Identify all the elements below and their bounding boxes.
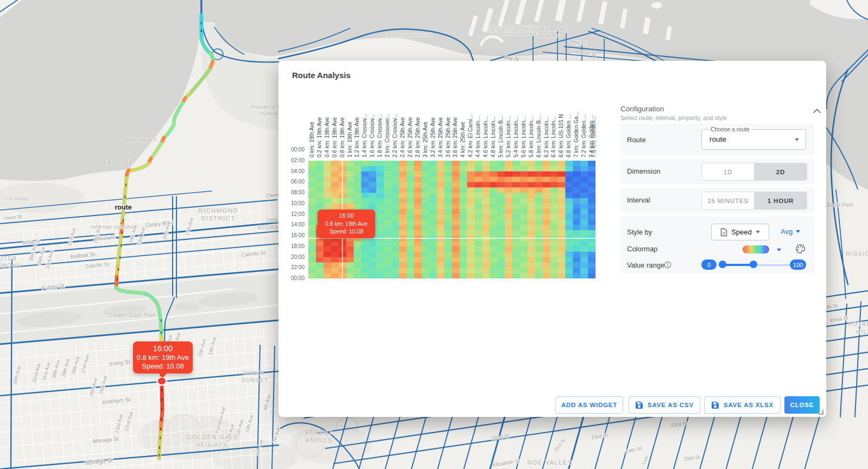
style-by-button[interactable]: Speed xyxy=(711,224,769,240)
dimension-option-2d[interactable]: 2D xyxy=(754,163,807,180)
interval-row: Interval 15 MINUTES 1 HOUR xyxy=(620,188,814,213)
dimension-row-label: Dimension xyxy=(627,167,660,175)
route-position-marker[interactable] xyxy=(157,377,167,385)
document-icon xyxy=(720,228,727,237)
dialog-title: Route Analysis xyxy=(292,71,351,80)
svg-text:n of Honor: n of Honor xyxy=(4,195,29,201)
svg-text:SEA CLIFF: SEA CLIFF xyxy=(99,160,134,166)
svg-text:Presidio of S: Presidio of S xyxy=(251,104,281,110)
chart-tooltip-time: 16:00 xyxy=(318,212,375,220)
add-as-widget-button[interactable]: ADD AS WIDGET xyxy=(555,396,623,414)
svg-text:KNOLLS: KNOLLS xyxy=(306,438,332,443)
colormap-label: Colormap xyxy=(627,245,657,253)
value-range-label: Value range xyxy=(627,261,664,269)
map-tooltip-pointer xyxy=(159,373,167,378)
style-by-label: Style by xyxy=(627,228,652,236)
svg-text:Oracle Park: Oracle Park xyxy=(825,202,854,208)
info-icon[interactable] xyxy=(664,261,671,269)
close-button[interactable]: CLOSE xyxy=(784,396,820,414)
config-subtitle: Select route, interval, property, and st… xyxy=(620,115,727,121)
dimension-toggle: 1D 2D xyxy=(701,163,807,181)
style-by-value: Speed xyxy=(731,228,752,236)
resize-handle[interactable] xyxy=(819,410,823,415)
dropdown-caret-icon xyxy=(795,138,799,141)
svg-text:HEIGHTS: HEIGHTS xyxy=(195,441,228,448)
dropdown-caret-icon xyxy=(756,231,760,233)
app: route San Francisco MaritimeNational His… xyxy=(0,0,868,469)
interval-option-1hour[interactable]: 1 HOUR xyxy=(754,192,807,209)
chart-tooltip: 16:00 0.8 km: 19th Ave Speed: 10.08 xyxy=(318,210,375,238)
map-tooltip: 16:00 0.8 km: 19th Ave Speed: 10.08 xyxy=(133,341,193,373)
value-range-max-badge[interactable]: 100 xyxy=(790,259,806,270)
svg-text:INNER: INNER xyxy=(243,370,264,376)
dimension-row: Dimension 1D 2D xyxy=(620,159,814,184)
map-tooltip-location: 0.8 km: 19th Ave xyxy=(133,353,193,362)
dropdown-caret-icon[interactable] xyxy=(777,249,781,251)
svg-text:FOREST: FOREST xyxy=(306,430,333,436)
svg-text:HILL: HILL xyxy=(856,329,868,335)
svg-text:DISTRICT: DISTRICT xyxy=(201,215,236,221)
svg-text:POTRERO: POTRERO xyxy=(848,321,868,327)
dropdown-caret-icon xyxy=(796,230,800,233)
heatmap-x-axis: 0 km: 19th Ave0.2 km: 19th Ave0.4 km: 19… xyxy=(308,61,595,161)
svg-text:WHARF: WHARF xyxy=(537,33,561,39)
save-icon xyxy=(635,401,643,409)
aggregation-button[interactable]: Avg xyxy=(781,227,800,236)
route-select-floating-label: Choose a route xyxy=(708,126,752,132)
svg-text:SUNSET: SUNSET xyxy=(242,377,269,383)
svg-text:Golden Gate Park: Golden Gate Park xyxy=(108,312,156,318)
interval-option-15min[interactable]: 15 MINUTES xyxy=(702,192,754,209)
chart-tooltip-speed: Speed: 10.08 xyxy=(318,227,375,235)
map-tooltip-time: 16:00 xyxy=(133,344,193,353)
save-icon xyxy=(711,401,719,409)
svg-text:Golden Gate Yacht Club: Golden Gate Yacht Club xyxy=(385,33,433,37)
svg-text:OUTER: OUTER xyxy=(0,256,17,262)
map-tooltip-speed: Speed: 10.08 xyxy=(133,362,193,371)
interval-row-label: Interval xyxy=(627,196,650,204)
route-select-value: route xyxy=(709,135,726,143)
style-group: Style by Speed Avg Colormap V xyxy=(620,217,814,273)
dimension-option-1d[interactable]: 1D xyxy=(702,163,754,180)
route-label: route xyxy=(115,204,131,211)
value-range-slider-active xyxy=(723,264,753,266)
aggregation-value: Avg xyxy=(781,227,793,236)
heatmap-y-axis: 00:0002:0004:0006:0008:0010:0012:0014:00… xyxy=(278,61,306,354)
svg-text:RICHMOND: RICHMOND xyxy=(0,263,22,269)
save-as-xlsx-button[interactable]: SAVE AS XLSX xyxy=(704,396,781,414)
route-analysis-dialog: Route Analysis 00:0002:0004:0006:0008:00… xyxy=(278,61,826,417)
svg-text:MISSION: MISSION xyxy=(846,251,868,257)
value-range-handle-high[interactable] xyxy=(750,261,757,268)
chevron-up-icon[interactable] xyxy=(813,109,821,113)
svg-text:RICHMOND: RICHMOND xyxy=(198,207,238,214)
svg-text:Baker Beach: Baker Beach xyxy=(124,136,156,143)
config-title: Configuration xyxy=(620,105,664,113)
route-row-label: Route xyxy=(627,136,646,144)
value-range-handle-low[interactable] xyxy=(719,261,726,268)
route-select[interactable]: Choose a route route xyxy=(701,129,806,150)
interval-toggle: 15 MINUTES 1 HOUR xyxy=(701,192,807,210)
svg-text:FISHERMAN'S: FISHERMAN'S xyxy=(527,26,571,32)
value-range-min-badge[interactable]: 0 xyxy=(701,259,717,270)
save-as-csv-button[interactable]: SAVE AS CSV xyxy=(629,396,700,414)
palette-icon[interactable] xyxy=(795,244,806,254)
svg-text:NOE VALLEY: NOE VALLEY xyxy=(527,459,573,466)
route-row: Route Choose a route route xyxy=(620,124,814,155)
chart-tooltip-location: 0.8 km: 19th Ave xyxy=(318,220,375,227)
colormap-gradient-swatch[interactable] xyxy=(743,245,769,253)
